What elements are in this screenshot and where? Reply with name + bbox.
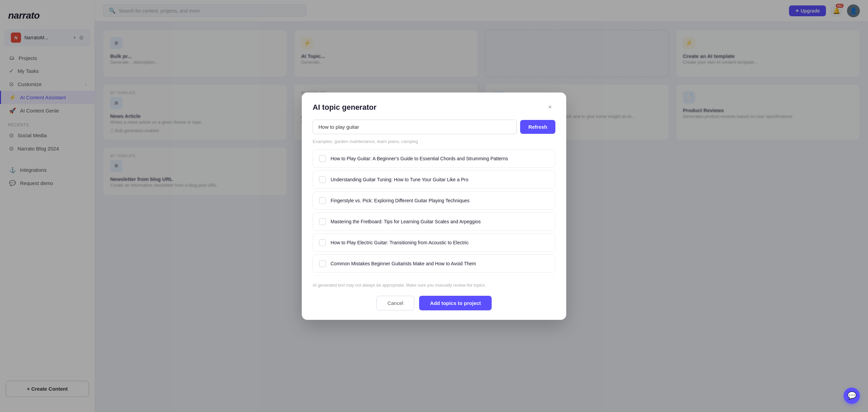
ai-topic-modal: AI topic generator × Refresh Examples: g… <box>302 92 566 320</box>
topic-text-1: How to Play Guitar: A Beginner's Guide t… <box>331 156 508 161</box>
examples-text: Examples: garden maintenance, learn pian… <box>313 139 555 144</box>
topic-item-5[interactable]: How to Play Electric Guitar: Transitioni… <box>313 233 555 252</box>
chat-support-button[interactable]: 💬 <box>844 388 860 404</box>
refresh-button[interactable]: Refresh <box>520 120 555 134</box>
topic-text-3: Fingerstyle vs. Pick: Exploring Differen… <box>331 198 470 203</box>
topic-item-6[interactable]: Common Mistakes Beginner Guitarists Make… <box>313 254 555 273</box>
modal-overlay[interactable]: AI topic generator × Refresh Examples: g… <box>0 0 868 412</box>
topic-item-1[interactable]: How to Play Guitar: A Beginner's Guide t… <box>313 149 555 168</box>
topic-search-row: Refresh <box>313 120 555 134</box>
topic-item-4[interactable]: Mastering the Fretboard: Tips for Learni… <box>313 212 555 231</box>
topic-checkbox-1[interactable] <box>319 155 326 162</box>
cancel-button[interactable]: Cancel <box>376 296 415 310</box>
topic-text-2: Understanding Guitar Tuning: How to Tune… <box>331 177 468 182</box>
topics-list: How to Play Guitar: A Beginner's Guide t… <box>313 149 555 278</box>
topic-item-2[interactable]: Understanding Guitar Tuning: How to Tune… <box>313 170 555 189</box>
topic-checkbox-3[interactable] <box>319 197 326 204</box>
topic-checkbox-4[interactable] <box>319 218 326 225</box>
topic-checkbox-6[interactable] <box>319 260 326 267</box>
modal-body: Refresh Examples: garden maintenance, le… <box>302 120 566 290</box>
topic-checkbox-5[interactable] <box>319 239 326 246</box>
topic-checkbox-2[interactable] <box>319 176 326 183</box>
modal-title: AI topic generator <box>313 103 376 112</box>
modal-close-button[interactable]: × <box>545 102 555 113</box>
topic-search-input[interactable] <box>313 120 517 134</box>
topic-item-partial: ... <box>313 275 555 278</box>
add-topics-button[interactable]: Add topics to project <box>419 296 492 310</box>
topic-text-4: Mastering the Fretboard: Tips for Learni… <box>331 219 481 224</box>
ai-disclaimer: AI generated text may not always be appr… <box>313 278 555 290</box>
modal-footer: Cancel Add topics to project <box>302 290 566 320</box>
topic-text-5: How to Play Electric Guitar: Transitioni… <box>331 240 469 245</box>
topic-item-3[interactable]: Fingerstyle vs. Pick: Exploring Differen… <box>313 191 555 210</box>
modal-header: AI topic generator × <box>302 92 566 120</box>
topic-text-6: Common Mistakes Beginner Guitarists Make… <box>331 261 476 266</box>
chat-icon: 💬 <box>847 391 856 400</box>
